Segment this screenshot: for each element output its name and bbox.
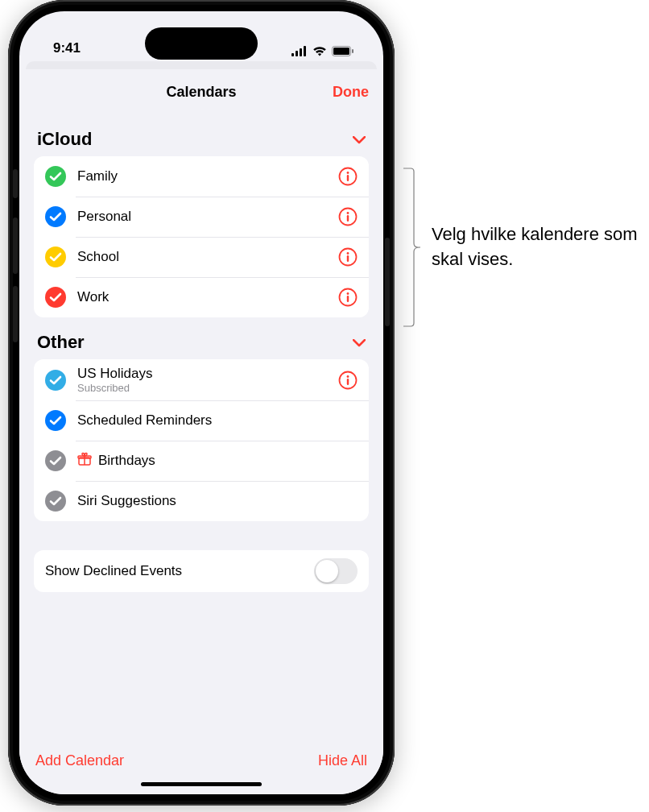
svg-point-28 — [45, 450, 66, 471]
status-indicators — [291, 46, 354, 56]
calendar-label: Siri Suggestions — [77, 493, 358, 509]
checkmark-icon — [45, 206, 66, 227]
section-header-icloud[interactable]: iCloud — [34, 114, 369, 156]
svg-rect-10 — [347, 175, 349, 181]
svg-rect-22 — [347, 296, 349, 302]
show-declined-row: Show Declined Events — [34, 550, 369, 592]
calendar-label: Scheduled Reminders — [77, 412, 358, 429]
calendar-label: Personal — [77, 209, 327, 225]
volume-up-button — [13, 218, 18, 274]
section-title: Other — [37, 332, 85, 353]
svg-point-27 — [45, 410, 66, 431]
svg-point-15 — [45, 246, 66, 267]
other-calendars-card: US Holidays Subscribed Scheduled Re — [34, 359, 369, 521]
cellular-icon — [291, 46, 308, 56]
svg-rect-14 — [347, 215, 349, 222]
svg-point-32 — [45, 491, 66, 512]
dynamic-island — [145, 27, 258, 60]
chevron-down-icon — [353, 131, 366, 148]
calendar-row-school[interactable]: School — [34, 237, 369, 277]
sheet-header: Calendars Done — [19, 69, 383, 114]
sheet-title: Calendars — [166, 84, 236, 101]
calendar-row-scheduled-reminders[interactable]: Scheduled Reminders — [34, 400, 369, 441]
wifi-icon — [312, 46, 327, 56]
svg-rect-18 — [347, 255, 349, 262]
silent-switch — [13, 169, 18, 198]
checkmark-icon — [45, 166, 66, 187]
battery-icon — [332, 46, 354, 56]
svg-point-19 — [45, 287, 66, 308]
svg-point-9 — [347, 172, 349, 174]
svg-point-7 — [45, 166, 66, 187]
calendar-label: School — [77, 249, 327, 265]
calendar-row-family[interactable]: Family — [34, 156, 369, 197]
svg-rect-5 — [333, 48, 349, 55]
svg-rect-6 — [352, 49, 353, 53]
behind-sheet-peek — [26, 61, 377, 69]
add-calendar-button[interactable]: Add Calendar — [35, 752, 124, 769]
svg-rect-26 — [347, 379, 349, 385]
calendar-row-personal[interactable]: Personal — [34, 197, 369, 237]
checkmark-icon — [45, 410, 66, 431]
phone-screen: 9:41 — [19, 11, 383, 794]
svg-point-21 — [347, 292, 349, 295]
callout-text: Velg hvilke kalendere som skal vises. — [432, 222, 641, 272]
callout-bracket — [403, 168, 420, 327]
icloud-calendars-card: Family Personal — [34, 156, 369, 317]
checkmark-icon — [45, 491, 66, 512]
show-declined-label: Show Declined Events — [45, 563, 182, 579]
svg-rect-3 — [304, 46, 306, 56]
calendar-label: Birthdays — [98, 453, 358, 469]
calendar-row-work[interactable]: Work — [34, 277, 369, 317]
status-time: 9:41 — [53, 40, 81, 56]
info-button[interactable] — [338, 167, 358, 186]
checkmark-icon — [45, 287, 66, 308]
calendar-label: Family — [77, 168, 327, 184]
done-button[interactable]: Done — [333, 84, 369, 101]
power-button — [385, 238, 390, 326]
phone-frame: 9:41 — [8, 0, 395, 806]
chevron-down-icon — [353, 334, 366, 351]
svg-rect-2 — [300, 48, 302, 56]
calendar-label: Work — [77, 289, 327, 305]
calendar-sublabel: Subscribed — [77, 382, 327, 394]
svg-point-11 — [45, 206, 66, 227]
checkmark-icon — [45, 450, 66, 471]
calendar-row-us-holidays[interactable]: US Holidays Subscribed — [34, 359, 369, 400]
home-indicator — [141, 782, 262, 786]
calendar-row-siri-suggestions[interactable]: Siri Suggestions — [34, 481, 369, 521]
show-declined-toggle[interactable] — [314, 558, 358, 584]
checkmark-icon — [45, 246, 66, 267]
svg-point-25 — [347, 375, 349, 378]
info-button[interactable] — [338, 288, 358, 307]
gift-icon — [77, 452, 92, 470]
section-header-other[interactable]: Other — [34, 317, 369, 359]
svg-rect-0 — [291, 53, 294, 56]
calendars-sheet: Calendars Done iCloud — [19, 69, 383, 794]
section-title: iCloud — [37, 129, 92, 150]
calendar-label: US Holidays — [77, 366, 327, 382]
bottom-toolbar: Add Calendar Hide All — [19, 741, 383, 776]
calendar-row-birthdays[interactable]: Birthdays — [34, 441, 369, 481]
hide-all-button[interactable]: Hide All — [318, 752, 367, 769]
volume-down-button — [13, 286, 18, 342]
svg-rect-1 — [296, 51, 298, 56]
sheet-body: iCloud Family — [19, 114, 383, 741]
info-button[interactable] — [338, 247, 358, 267]
info-button[interactable] — [338, 371, 358, 390]
svg-point-13 — [347, 212, 349, 214]
svg-point-17 — [347, 252, 349, 255]
svg-point-23 — [45, 370, 66, 391]
info-button[interactable] — [338, 207, 358, 226]
checkmark-icon — [45, 370, 66, 391]
